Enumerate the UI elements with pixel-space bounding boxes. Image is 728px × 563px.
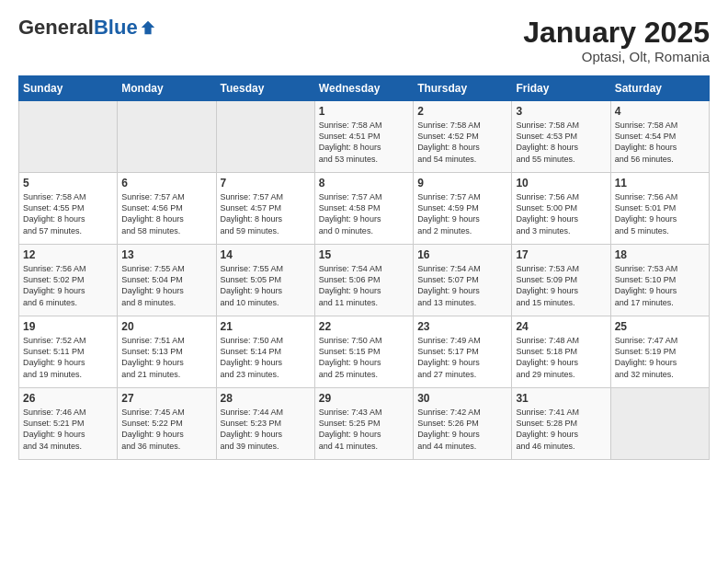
calendar-cell: 3Sunrise: 7:58 AM Sunset: 4:53 PM Daylig… (512, 101, 610, 173)
day-info: Sunrise: 7:50 AM Sunset: 5:15 PM Dayligh… (319, 335, 409, 380)
calendar-cell: 13Sunrise: 7:55 AM Sunset: 5:04 PM Dayli… (118, 245, 216, 316)
calendar-cell: 9Sunrise: 7:57 AM Sunset: 4:59 PM Daylig… (414, 173, 512, 245)
calendar-cell: 1Sunrise: 7:58 AM Sunset: 4:51 PM Daylig… (314, 101, 413, 173)
logo-general: GeneralBlue (18, 17, 138, 39)
day-number: 2 (417, 105, 507, 118)
day-info: Sunrise: 7:57 AM Sunset: 4:56 PM Dayligh… (121, 191, 211, 236)
calendar-cell (610, 388, 709, 460)
day-number: 24 (516, 320, 606, 333)
day-info: Sunrise: 7:49 AM Sunset: 5:17 PM Dayligh… (417, 335, 507, 380)
calendar-cell: 21Sunrise: 7:50 AM Sunset: 5:14 PM Dayli… (216, 316, 314, 388)
calendar-cell: 7Sunrise: 7:57 AM Sunset: 4:57 PM Daylig… (216, 173, 314, 245)
day-number: 8 (319, 177, 409, 190)
day-info: Sunrise: 7:55 AM Sunset: 5:05 PM Dayligh… (221, 263, 311, 308)
day-info: Sunrise: 7:57 AM Sunset: 4:58 PM Dayligh… (319, 191, 409, 236)
day-number: 18 (615, 248, 705, 261)
day-number: 10 (516, 177, 606, 190)
day-number: 31 (516, 392, 606, 405)
day-info: Sunrise: 7:58 AM Sunset: 4:52 PM Dayligh… (417, 120, 507, 165)
day-info: Sunrise: 7:58 AM Sunset: 4:55 PM Dayligh… (23, 191, 113, 236)
day-number: 22 (319, 320, 409, 333)
calendar-cell: 30Sunrise: 7:42 AM Sunset: 5:26 PM Dayli… (414, 388, 512, 460)
day-info: Sunrise: 7:44 AM Sunset: 5:23 PM Dayligh… (221, 407, 311, 452)
calendar-week-4: 19Sunrise: 7:52 AM Sunset: 5:11 PM Dayli… (19, 316, 710, 388)
day-info: Sunrise: 7:56 AM Sunset: 5:01 PM Dayligh… (615, 191, 705, 236)
calendar-cell (19, 101, 118, 173)
day-number: 29 (319, 392, 409, 405)
day-info: Sunrise: 7:58 AM Sunset: 4:54 PM Dayligh… (615, 120, 705, 165)
day-info: Sunrise: 7:56 AM Sunset: 5:00 PM Dayligh… (516, 191, 606, 236)
day-number: 11 (615, 177, 705, 190)
weekday-header-saturday: Saturday (610, 76, 709, 101)
day-info: Sunrise: 7:54 AM Sunset: 5:06 PM Dayligh… (319, 263, 409, 308)
day-number: 4 (615, 105, 705, 118)
day-info: Sunrise: 7:57 AM Sunset: 4:59 PM Dayligh… (417, 191, 507, 236)
day-number: 1 (319, 105, 409, 118)
day-info: Sunrise: 7:54 AM Sunset: 5:07 PM Dayligh… (417, 263, 507, 308)
calendar-title: January 2025 (523, 17, 710, 49)
calendar-cell: 10Sunrise: 7:56 AM Sunset: 5:00 PM Dayli… (512, 173, 610, 245)
calendar-week-2: 5Sunrise: 7:58 AM Sunset: 4:55 PM Daylig… (19, 173, 710, 245)
calendar-cell: 17Sunrise: 7:53 AM Sunset: 5:09 PM Dayli… (512, 245, 610, 316)
day-number: 7 (221, 177, 311, 190)
calendar-cell: 28Sunrise: 7:44 AM Sunset: 5:23 PM Dayli… (216, 388, 314, 460)
day-info: Sunrise: 7:51 AM Sunset: 5:13 PM Dayligh… (121, 335, 211, 380)
calendar-cell: 31Sunrise: 7:41 AM Sunset: 5:28 PM Dayli… (512, 388, 610, 460)
day-number: 9 (417, 177, 507, 190)
calendar-table: SundayMondayTuesdayWednesdayThursdayFrid… (18, 75, 710, 460)
day-number: 25 (615, 320, 705, 333)
calendar-cell: 24Sunrise: 7:48 AM Sunset: 5:18 PM Dayli… (512, 316, 610, 388)
day-number: 15 (319, 248, 409, 261)
logo-icon (140, 19, 156, 36)
calendar-week-3: 12Sunrise: 7:56 AM Sunset: 5:02 PM Dayli… (19, 245, 710, 316)
weekday-header-thursday: Thursday (414, 76, 512, 101)
calendar-week-5: 26Sunrise: 7:46 AM Sunset: 5:21 PM Dayli… (19, 388, 710, 460)
weekday-header-monday: Monday (118, 76, 216, 101)
calendar-cell: 6Sunrise: 7:57 AM Sunset: 4:56 PM Daylig… (118, 173, 216, 245)
weekday-header-friday: Friday (512, 76, 610, 101)
calendar-cell: 19Sunrise: 7:52 AM Sunset: 5:11 PM Dayli… (19, 316, 118, 388)
day-info: Sunrise: 7:48 AM Sunset: 5:18 PM Dayligh… (516, 335, 606, 380)
calendar-cell: 26Sunrise: 7:46 AM Sunset: 5:21 PM Dayli… (19, 388, 118, 460)
calendar-cell: 18Sunrise: 7:53 AM Sunset: 5:10 PM Dayli… (610, 245, 709, 316)
calendar-cell: 22Sunrise: 7:50 AM Sunset: 5:15 PM Dayli… (314, 316, 413, 388)
day-info: Sunrise: 7:52 AM Sunset: 5:11 PM Dayligh… (23, 335, 113, 380)
day-number: 6 (121, 177, 211, 190)
day-info: Sunrise: 7:57 AM Sunset: 4:57 PM Dayligh… (221, 191, 311, 236)
svg-marker-0 (141, 21, 154, 34)
calendar-week-1: 1Sunrise: 7:58 AM Sunset: 4:51 PM Daylig… (19, 101, 710, 173)
header: GeneralBlue January 2025 Optasi, Olt, Ro… (18, 17, 710, 64)
weekday-header-sunday: Sunday (19, 76, 118, 101)
calendar-cell: 8Sunrise: 7:57 AM Sunset: 4:58 PM Daylig… (314, 173, 413, 245)
calendar-cell: 4Sunrise: 7:58 AM Sunset: 4:54 PM Daylig… (610, 101, 709, 173)
day-info: Sunrise: 7:58 AM Sunset: 4:53 PM Dayligh… (516, 120, 606, 165)
day-number: 30 (417, 392, 507, 405)
day-info: Sunrise: 7:58 AM Sunset: 4:51 PM Dayligh… (319, 120, 409, 165)
day-info: Sunrise: 7:55 AM Sunset: 5:04 PM Dayligh… (121, 263, 211, 308)
day-number: 20 (121, 320, 211, 333)
day-info: Sunrise: 7:47 AM Sunset: 5:19 PM Dayligh… (615, 335, 705, 380)
day-number: 12 (23, 248, 113, 261)
day-info: Sunrise: 7:41 AM Sunset: 5:28 PM Dayligh… (516, 407, 606, 452)
calendar-cell: 12Sunrise: 7:56 AM Sunset: 5:02 PM Dayli… (19, 245, 118, 316)
day-number: 5 (23, 177, 113, 190)
day-number: 21 (221, 320, 311, 333)
calendar-cell: 27Sunrise: 7:45 AM Sunset: 5:22 PM Dayli… (118, 388, 216, 460)
weekday-header-row: SundayMondayTuesdayWednesdayThursdayFrid… (19, 76, 710, 101)
day-number: 16 (417, 248, 507, 261)
day-number: 17 (516, 248, 606, 261)
logo: GeneralBlue (18, 17, 156, 39)
calendar-cell: 2Sunrise: 7:58 AM Sunset: 4:52 PM Daylig… (414, 101, 512, 173)
weekday-header-wednesday: Wednesday (314, 76, 413, 101)
day-number: 19 (23, 320, 113, 333)
day-number: 3 (516, 105, 606, 118)
calendar-cell: 14Sunrise: 7:55 AM Sunset: 5:05 PM Dayli… (216, 245, 314, 316)
page: GeneralBlue January 2025 Optasi, Olt, Ro… (0, 0, 728, 469)
day-info: Sunrise: 7:43 AM Sunset: 5:25 PM Dayligh… (319, 407, 409, 452)
day-info: Sunrise: 7:53 AM Sunset: 5:09 PM Dayligh… (516, 263, 606, 308)
day-info: Sunrise: 7:56 AM Sunset: 5:02 PM Dayligh… (23, 263, 113, 308)
calendar-cell: 23Sunrise: 7:49 AM Sunset: 5:17 PM Dayli… (414, 316, 512, 388)
calendar-cell (216, 101, 314, 173)
calendar-cell: 15Sunrise: 7:54 AM Sunset: 5:06 PM Dayli… (314, 245, 413, 316)
day-number: 23 (417, 320, 507, 333)
